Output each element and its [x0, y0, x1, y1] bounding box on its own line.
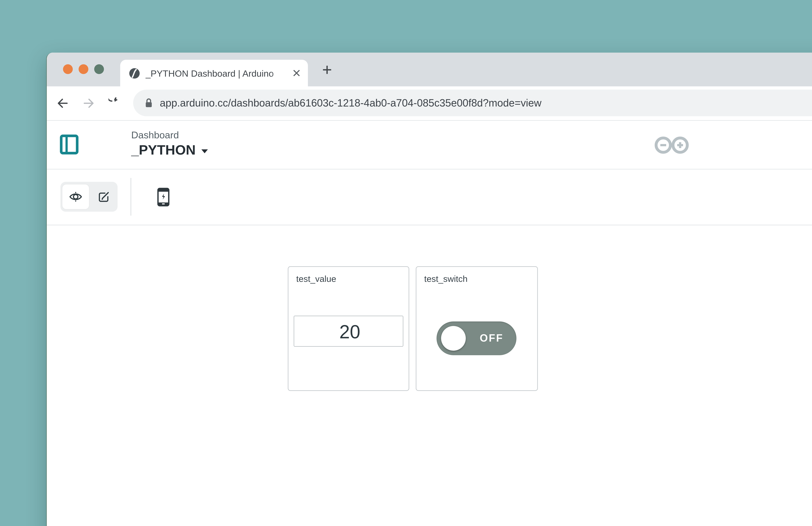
view-edit-segmented-control [60, 182, 118, 212]
browser-tab-strip: _PYTHON Dashboard | Arduino [47, 53, 812, 86]
window-minimize-button[interactable] [78, 64, 88, 74]
dashboard-name-dropdown[interactable]: _PYTHON [131, 142, 208, 158]
toggle-switch[interactable]: OFF [436, 321, 517, 355]
browser-toolbar: app.arduino.cc/dashboards/ab61603c-1218-… [47, 86, 812, 121]
lock-icon[interactable] [144, 98, 153, 108]
tab-title: _PYTHON Dashboard | Arduino [145, 68, 292, 78]
desktop-background: _PYTHON Dashboard | Arduino [0, 0, 812, 526]
switch-state-label: OFF [480, 321, 504, 355]
value-input-box [294, 316, 403, 347]
arduino-infinity-logo [653, 136, 690, 157]
close-icon [293, 70, 300, 77]
sidebar-toggle-button[interactable] [60, 134, 78, 155]
mobile-phone-icon [157, 188, 170, 206]
browser-window: _PYTHON Dashboard | Arduino [46, 53, 812, 526]
globe-favicon-icon [129, 68, 140, 78]
toolbar-divider [131, 178, 131, 216]
dashboard-header: Dashboard _PYTHON [47, 121, 812, 170]
value-input[interactable] [294, 316, 405, 347]
dashboard-name: _PYTHON [131, 142, 196, 158]
chevron-down-icon [202, 149, 208, 153]
dashboard-canvas: test_value test_switch OFF [47, 225, 812, 526]
address-bar[interactable]: app.arduino.cc/dashboards/ab61603c-1218-… [133, 90, 812, 116]
eye-icon [69, 192, 83, 202]
url-text[interactable]: app.arduino.cc/dashboards/ab61603c-1218-… [160, 97, 541, 109]
back-button[interactable] [57, 98, 68, 109]
reload-icon [108, 98, 121, 110]
forward-button[interactable] [83, 98, 95, 109]
widget-card-test-value: test_value [288, 266, 409, 391]
back-arrow-icon [57, 98, 68, 109]
sidebar-layout-icon [60, 134, 78, 155]
window-close-button[interactable] [63, 64, 73, 74]
edit-icon [97, 191, 110, 203]
tab-close-button[interactable] [292, 68, 301, 78]
plus-icon [322, 65, 332, 75]
dashboard-titles: Dashboard _PYTHON [131, 129, 208, 158]
edit-mode-button[interactable] [89, 182, 118, 212]
window-controls [63, 64, 104, 74]
dashboard-eyebrow: Dashboard [131, 129, 208, 140]
reload-button[interactable] [108, 98, 121, 110]
switch-knob [441, 326, 466, 351]
window-zoom-button[interactable] [94, 64, 104, 74]
widget-label: test_switch [416, 267, 537, 284]
new-tab-button[interactable] [318, 61, 336, 78]
widget-card-test-switch: test_switch OFF [416, 266, 538, 391]
mode-toolbar [47, 170, 812, 225]
view-mode-button[interactable] [62, 185, 89, 209]
browser-tab[interactable]: _PYTHON Dashboard | Arduino [120, 60, 308, 86]
mobile-preview-button[interactable] [157, 188, 170, 206]
widget-label: test_value [288, 267, 409, 284]
forward-arrow-icon [83, 98, 95, 109]
